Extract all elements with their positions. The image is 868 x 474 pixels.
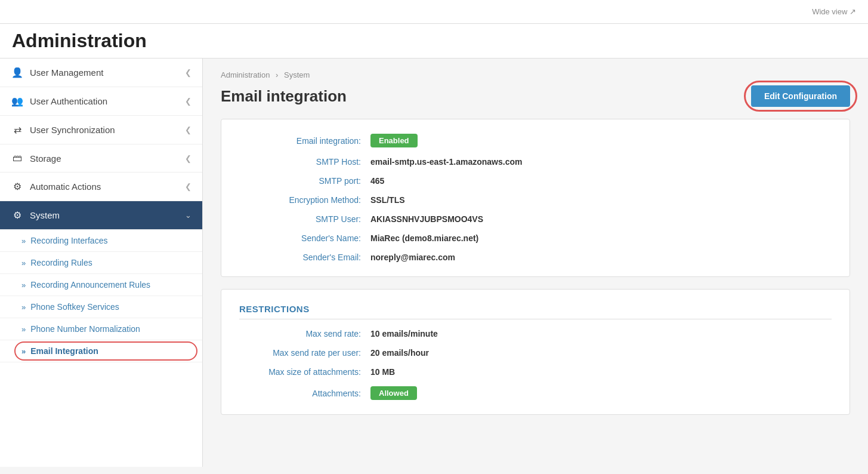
sub-item-label: Recording Announcement Rules <box>30 280 150 290</box>
content-title: Email integration <box>221 87 347 106</box>
automatic-actions-icon: ⚙ <box>11 181 24 192</box>
sub-arrow-icon: » <box>21 236 26 245</box>
chevron-icon: ❮ <box>185 68 191 77</box>
layout: 👤 User Management ❮ 👥 User Authenticatio… <box>0 59 868 467</box>
field-label: Max send rate per user: <box>239 348 370 358</box>
chevron-icon: ❮ <box>185 154 191 163</box>
sub-item-label: Phone Number Normalization <box>30 324 140 334</box>
field-label: Email integration: <box>239 136 370 146</box>
sidebar-sub-item-recording-interfaces[interactable]: » Recording Interfaces <box>0 230 202 252</box>
field-label: SMTP User: <box>239 214 370 224</box>
field-value: 10 MB <box>370 367 395 377</box>
sidebar-item-label: User Synchronization <box>30 125 115 135</box>
restrictions-card: RESTRICTIONS Max send rate: 10 emails/mi… <box>221 289 850 415</box>
edit-button-wrapper: Edit Configuration <box>751 85 850 107</box>
sub-arrow-icon: » <box>21 258 26 267</box>
sidebar-item-label: User Management <box>30 67 103 78</box>
sub-arrow-icon: » <box>21 347 26 356</box>
enabled-badge: Enabled <box>370 134 418 147</box>
wide-view-toggle[interactable]: Wide view ↗ <box>812 7 856 16</box>
top-bar: Wide view ↗ <box>0 0 868 24</box>
edit-configuration-button[interactable]: Edit Configuration <box>751 85 850 107</box>
field-row-encryption: Encryption Method: SSL/TLS <box>239 195 832 205</box>
storage-icon: 🗃 <box>11 153 24 164</box>
chevron-down-icon: ⌄ <box>185 211 191 220</box>
field-label: Encryption Method: <box>239 195 370 205</box>
field-value: 465 <box>370 176 384 186</box>
sub-item-label: Recording Rules <box>30 258 92 267</box>
content-header: Email integration Edit Configuration <box>221 85 850 107</box>
chevron-icon: ❮ <box>185 182 191 191</box>
field-value: 10 emails/minute <box>370 329 438 338</box>
sidebar-item-label: User Authentication <box>30 96 107 106</box>
user-management-icon: 👤 <box>11 67 24 78</box>
sidebar-sub-item-recording-announcement-rules[interactable]: » Recording Announcement Rules <box>0 274 202 296</box>
sub-arrow-icon: » <box>21 325 26 334</box>
sidebar-item-automatic-actions[interactable]: ⚙ Automatic Actions ❮ <box>0 173 202 201</box>
allowed-badge: Allowed <box>370 386 417 400</box>
restrictions-section-title: RESTRICTIONS <box>239 304 832 319</box>
sidebar-item-label: Automatic Actions <box>30 181 101 192</box>
breadcrumb-part-2: System <box>284 70 310 79</box>
sidebar-sub-item-phone-number-normalization[interactable]: » Phone Number Normalization <box>0 318 202 340</box>
chevron-icon: ❮ <box>185 125 191 134</box>
field-value: 20 emails/hour <box>370 348 429 358</box>
field-row-sender-name: Sender's Name: MiaRec (demo8.miarec.net) <box>239 233 832 243</box>
field-row-max-send-rate: Max send rate: 10 emails/minute <box>239 329 832 338</box>
field-label: Max size of attachments: <box>239 367 370 377</box>
field-label: SMTP port: <box>239 176 370 186</box>
sidebar-sub-item-phone-softkey-services[interactable]: » Phone Softkey Services <box>0 296 202 318</box>
sidebar-item-system[interactable]: ⚙ System ⌄ <box>0 201 202 230</box>
sidebar: 👤 User Management ❮ 👥 User Authenticatio… <box>0 59 203 467</box>
field-row-smtp-host: SMTP Host: email-smtp.us-east-1.amazonaw… <box>239 157 832 167</box>
field-value: MiaRec (demo8.miarec.net) <box>370 233 478 243</box>
sidebar-sub-item-recording-rules[interactable]: » Recording Rules <box>0 252 202 274</box>
user-authentication-icon: 👥 <box>11 96 24 107</box>
field-row-max-attachment-size: Max size of attachments: 10 MB <box>239 367 832 377</box>
field-label: Max send rate: <box>239 329 370 338</box>
field-label: SMTP Host: <box>239 157 370 167</box>
field-row-smtp-user: SMTP User: AKIASSNHVJUBPSMOO4VS <box>239 214 832 224</box>
field-label: Sender's Name: <box>239 233 370 243</box>
field-label: Attachments: <box>239 389 370 398</box>
sidebar-item-user-management[interactable]: 👤 User Management ❮ <box>0 59 202 87</box>
field-value: email-smtp.us-east-1.amazonaws.com <box>370 157 522 167</box>
field-value: SSL/TLS <box>370 195 405 205</box>
sidebar-sub-item-email-integration[interactable]: » Email Integration <box>0 340 202 362</box>
sidebar-item-label: Storage <box>30 153 61 164</box>
field-row-sender-email: Sender's Email: noreply@miarec.com <box>239 253 832 262</box>
sidebar-item-user-authentication[interactable]: 👥 User Authentication ❮ <box>0 87 202 116</box>
sidebar-item-storage[interactable]: 🗃 Storage ❮ <box>0 144 202 173</box>
sub-item-label: Email Integration <box>30 346 98 356</box>
breadcrumb: Administration › System <box>221 70 850 79</box>
breadcrumb-separator: › <box>276 70 278 79</box>
sub-arrow-icon: » <box>21 281 26 290</box>
field-value: AKIASSNHVJUBPSMOO4VS <box>370 214 483 224</box>
sub-item-label: Recording Interfaces <box>30 236 107 245</box>
page-title: Administration <box>0 24 868 59</box>
sidebar-item-label: System <box>30 210 60 220</box>
field-value: noreply@miarec.com <box>370 253 455 262</box>
system-submenu: » Recording Interfaces » Recording Rules… <box>0 230 202 362</box>
field-row-email-integration: Email integration: Enabled <box>239 134 832 147</box>
field-row-smtp-port: SMTP port: 465 <box>239 176 832 186</box>
user-sync-icon: ⇄ <box>11 124 24 136</box>
sidebar-item-user-synchronization[interactable]: ⇄ User Synchronization ❮ <box>0 116 202 144</box>
email-integration-card: Email integration: Enabled SMTP Host: em… <box>221 119 850 277</box>
sub-arrow-icon: » <box>21 303 26 312</box>
breadcrumb-part-1: Administration <box>221 70 270 79</box>
system-icon: ⚙ <box>11 210 24 221</box>
sub-item-label: Phone Softkey Services <box>30 302 119 312</box>
field-label: Sender's Email: <box>239 253 370 262</box>
field-row-attachments: Attachments: Allowed <box>239 386 832 400</box>
chevron-icon: ❮ <box>185 97 191 106</box>
main-content: Administration › System Email integratio… <box>203 59 868 467</box>
field-row-max-send-rate-per-user: Max send rate per user: 20 emails/hour <box>239 348 832 358</box>
